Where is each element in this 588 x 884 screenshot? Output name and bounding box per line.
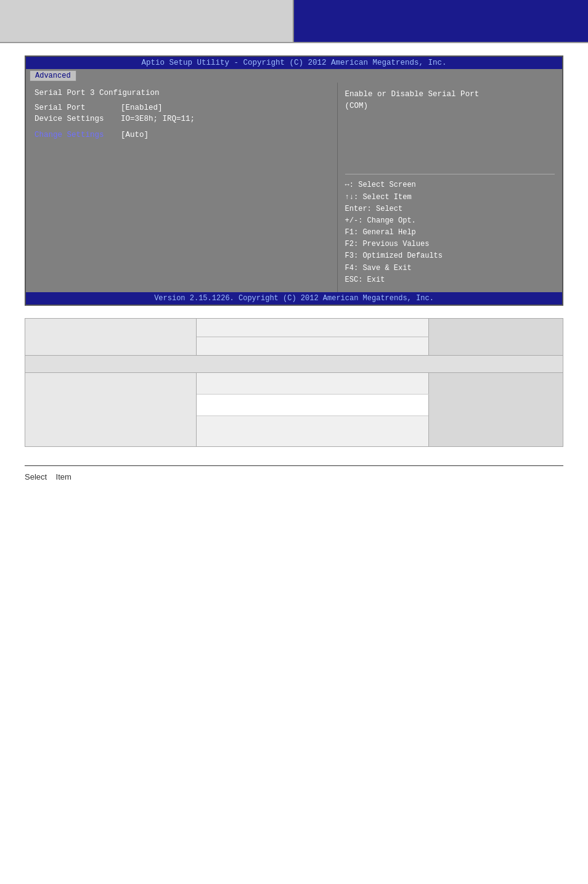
bios-row-device-settings: Device Settings IO=3E8h; IRQ=11; [35,115,329,123]
bios-left-panel: Serial Port 3 Configuration Serial Port … [26,83,337,292]
bios-label-serial-port: Serial Port [35,104,121,112]
key-change-opt: +/-: Change Opt. [345,215,555,227]
table-cell-1-2 [196,319,428,337]
bios-row-serial-port: Serial Port [Enabled] [35,104,329,112]
header-right [294,0,588,42]
table-cell-1-3 [428,319,563,356]
table-cell-3c-2 [196,416,428,447]
bios-footer-text: Version 2.15.1226. Copyright (C) 2012 Am… [154,294,434,303]
bios-label-change-settings: Change Settings [35,131,121,139]
table-cell-wide [25,356,563,373]
bios-key-guide: ↔: Select Screen ↑↓: Select Item Enter: … [345,179,555,286]
item-label: Item [56,472,71,481]
top-header [0,0,588,43]
bios-section-title: Serial Port 3 Configuration [35,89,329,97]
key-f4-save: F4: Save & Exit [345,263,555,274]
table-row-1 [25,319,563,337]
bios-title-bar: Aptio Setup Utility - Copyright (C) 2012… [26,57,562,69]
key-esc-exit: ESC: Exit [345,274,555,286]
bios-value-serial-port: [Enabled] [121,104,163,112]
key-f2-previous: F2: Previous Values [345,239,555,250]
bios-help-text: Enable or Disable Serial Port(COM) [345,89,555,112]
table-cell-1-1 [25,319,197,356]
key-enter-select: Enter: Select [345,203,555,215]
bios-label-device-settings: Device Settings [35,115,121,123]
table-row-3 [25,373,563,395]
bios-footer: Version 2.15.1226. Copyright (C) 2012 Am… [26,292,562,305]
table-cell-3b-2 [196,395,428,416]
main-table [25,318,563,447]
key-select-item: ↑↓: Select Item [345,192,555,203]
bottom-divider [25,465,563,466]
bios-value-change-settings: [Auto] [121,131,149,139]
table-cell-3-2a [196,373,428,395]
table-section [25,318,563,447]
key-select-screen: ↔: Select Screen [345,179,555,191]
bios-main-content: Serial Port 3 Configuration Serial Port … [26,83,562,292]
bios-divider [345,174,555,174]
table-cell-3-3 [428,373,563,447]
key-f3-defaults: F3: Optimized Defaults [345,250,555,262]
table-cell-3-1 [25,373,197,447]
bios-title: Aptio Setup Utility - Copyright (C) 2012… [141,59,446,67]
select-item-area: Select Item [25,472,563,481]
bios-tab-advanced[interactable]: Advanced [30,70,76,81]
key-f1-help: F1: General Help [345,227,555,239]
select-label: Select [25,472,47,481]
table-cell-1b-2 [196,337,428,356]
bios-value-device-settings: IO=3E8h; IRQ=11; [121,115,195,123]
table-row-2 [25,356,563,373]
header-left [0,0,294,42]
bios-screen: Aptio Setup Utility - Copyright (C) 2012… [25,55,563,306]
bios-row-change-settings[interactable]: Change Settings [Auto] [35,131,329,139]
bios-tab-row: Advanced [26,69,562,83]
bios-right-panel: Enable or Disable Serial Port(COM) ↔: Se… [337,83,562,292]
